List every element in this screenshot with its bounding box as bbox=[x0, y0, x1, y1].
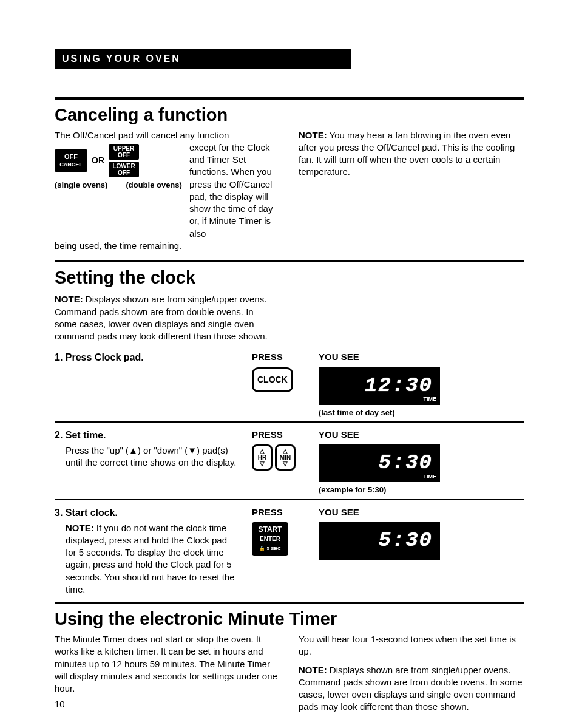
page-number: 10 bbox=[55, 698, 280, 710]
divider bbox=[55, 602, 524, 604]
hr-pad[interactable]: △ HR ▽ bbox=[252, 444, 273, 471]
minute-timer-r1: You will hear four 1-second tones when t… bbox=[299, 633, 524, 658]
heading-setting-clock: Setting the clock bbox=[55, 266, 524, 290]
up-arrow-icon: △ bbox=[260, 448, 265, 454]
step3-title: 3. Start clock. bbox=[55, 506, 240, 520]
step3-body: If you do not want the clock time displa… bbox=[66, 523, 235, 594]
divider bbox=[55, 260, 524, 262]
cancel-wrap-text: except for the Clock and Timer Set funct… bbox=[189, 141, 280, 240]
clock-note-text: Displays shown are from single/upper ove… bbox=[55, 294, 268, 341]
heading-minute-timer: Using the electronic Minute Timer bbox=[55, 607, 524, 631]
note-label: NOTE: bbox=[299, 130, 327, 140]
clock-pad[interactable]: CLOCK bbox=[252, 367, 293, 392]
display-digits: 12:30 bbox=[365, 372, 433, 400]
or-label: OR bbox=[92, 155, 104, 166]
upper-off-pad[interactable]: UPPER OFF bbox=[109, 144, 139, 160]
note-label: NOTE: bbox=[299, 665, 327, 675]
display-time-label: TIME bbox=[424, 473, 437, 480]
display-digits: 5:30 bbox=[378, 527, 433, 555]
display-caption-2: (example for 5:30) bbox=[319, 485, 524, 495]
display-time-label: TIME bbox=[424, 395, 437, 403]
yousee-label: YOU SEE bbox=[319, 506, 524, 519]
cancel-tail: being used, the time remaining. bbox=[55, 240, 280, 252]
press-label: PRESS bbox=[252, 429, 306, 441]
press-label: PRESS bbox=[252, 351, 306, 363]
step1-title: 1. Press Clock pad. bbox=[55, 351, 240, 364]
up-arrow-icon: △ bbox=[283, 448, 288, 454]
note-label: NOTE: bbox=[66, 523, 94, 533]
single-ovens-caption: (single ovens) bbox=[55, 180, 107, 191]
divider bbox=[55, 499, 524, 500]
display-step2: 5:30 TIME bbox=[319, 444, 440, 482]
down-arrow-icon: ▽ bbox=[283, 461, 288, 467]
start-enter-pad[interactable]: START ENTER 🔒 5 SEC bbox=[252, 522, 288, 556]
display-step3: 5:30 bbox=[319, 522, 440, 560]
divider bbox=[55, 97, 524, 100]
minute-timer-left: The Minute Timer does not start or stop … bbox=[55, 633, 280, 695]
press-label: PRESS bbox=[252, 506, 306, 519]
yousee-label: YOU SEE bbox=[319, 429, 524, 441]
minute-timer-r2: Displays shown are from single/upper ove… bbox=[299, 665, 523, 712]
enter-label: ENTER bbox=[260, 536, 280, 542]
step2-body: Press the "up" (▲) or "down" (▼) pad(s) … bbox=[55, 444, 240, 469]
lower-off-pad[interactable]: LOWER OFF bbox=[109, 162, 139, 177]
off-cancel-pad[interactable]: OFF CANCEL bbox=[55, 149, 87, 172]
display-step1: 12:30 TIME bbox=[319, 367, 440, 405]
down-arrow-icon: ▽ bbox=[260, 461, 265, 467]
min-pad[interactable]: △ MIN ▽ bbox=[275, 444, 296, 471]
divider bbox=[55, 421, 524, 423]
start-label: START bbox=[258, 525, 282, 534]
display-caption-1: (last time of day set) bbox=[319, 407, 524, 418]
note-label: NOTE: bbox=[55, 294, 83, 304]
double-ovens-caption: (double ovens) bbox=[126, 180, 181, 191]
cancel-intro: The Off/Cancel pad will cancel any funct… bbox=[55, 129, 280, 141]
section-header: USING YOUR OVEN bbox=[55, 49, 351, 69]
yousee-label: YOU SEE bbox=[319, 351, 524, 363]
cancel-note-text: You may hear a fan blowing in the oven e… bbox=[299, 130, 515, 177]
heading-canceling: Canceling a function bbox=[55, 103, 524, 127]
hold-5sec-label: 🔒 5 SEC bbox=[259, 546, 280, 551]
step2-title: 2. Set time. bbox=[55, 429, 240, 442]
